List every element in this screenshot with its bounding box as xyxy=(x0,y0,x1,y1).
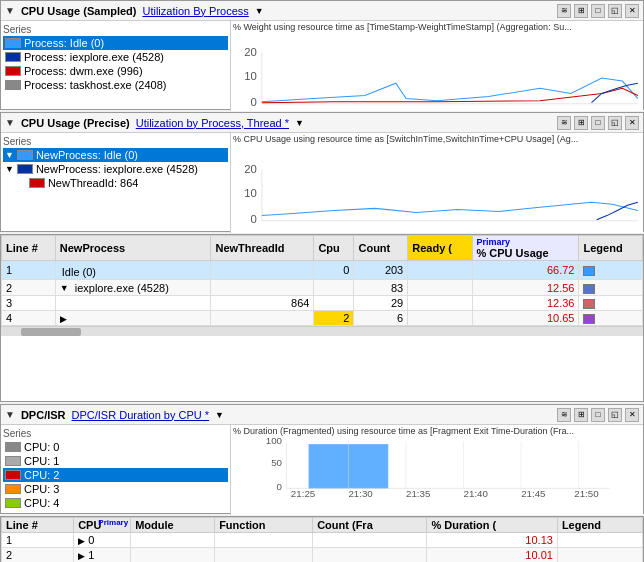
panel2-collapse-icon[interactable]: ▼ xyxy=(5,117,15,128)
panel2-series-item-2[interactable]: ▼ NewThreadId: 864 xyxy=(3,176,228,190)
series-item-0[interactable]: Process: Idle (0) xyxy=(3,36,228,50)
cell-legend xyxy=(579,296,643,311)
panel1-dropdown-icon[interactable]: ▼ xyxy=(255,6,264,16)
th-ready-label: Ready ( xyxy=(412,242,452,254)
panel1-close[interactable]: ✕ xyxy=(625,4,639,18)
panel2-title: CPU Usage (Precise) xyxy=(21,117,130,129)
panel2-series-item-1[interactable]: ▼ NewProcess: iexplore.exe (4528) xyxy=(3,162,228,176)
panel4-series-0[interactable]: CPU: 0 xyxy=(3,440,228,454)
panel2-icon1[interactable]: ≋ xyxy=(557,116,571,130)
svg-text:21:30: 21:30 xyxy=(348,488,373,499)
expand-icon[interactable]: ▶ xyxy=(60,314,67,324)
panel2-series-label: Series xyxy=(3,135,228,148)
cell2-function xyxy=(215,548,313,563)
cell-pct: 10.65 xyxy=(472,311,579,326)
table1-scroll[interactable]: Line # NewProcess NewThreadId Cpu Count … xyxy=(1,235,643,401)
panel4-tab[interactable]: DPC/ISR Duration by CPU * xyxy=(72,409,210,421)
cell2-cpu: ▶ 0 xyxy=(74,533,131,548)
expand2-icon[interactable]: ▶ xyxy=(78,536,85,546)
th-line[interactable]: Line # xyxy=(2,236,56,261)
panel4-maximize[interactable]: □ xyxy=(591,408,605,422)
panel1-maximize[interactable]: □ xyxy=(591,4,605,18)
expand-arrow-0[interactable]: ▼ xyxy=(5,150,14,160)
panel4-series-3[interactable]: CPU: 3 xyxy=(3,482,228,496)
panel4-restore[interactable]: ◱ xyxy=(608,408,622,422)
panel4-dropdown-icon[interactable]: ▼ xyxy=(215,410,224,420)
panel4-series-2[interactable]: CPU: 2 xyxy=(3,468,228,482)
table1-scrollbar[interactable] xyxy=(1,326,643,336)
panel4-label-0: CPU: 0 xyxy=(24,441,59,453)
table-row[interactable]: 2 ▼ iexplore.exe (4528) 83 12.56 xyxy=(2,280,643,296)
cell2-module xyxy=(131,548,215,563)
th-newthreadid[interactable]: NewThreadId xyxy=(211,236,314,261)
panel4-color-3 xyxy=(5,484,21,494)
panel4-collapse-icon[interactable]: ▼ xyxy=(5,409,15,420)
cell-legend xyxy=(579,261,643,280)
cell-count: 29 xyxy=(354,296,408,311)
panel1-restore[interactable]: ◱ xyxy=(608,4,622,18)
th2-line[interactable]: Line # xyxy=(2,518,74,533)
panel4-series-1[interactable]: CPU: 1 xyxy=(3,454,228,468)
svg-text:21:40: 21:40 xyxy=(464,488,489,499)
panel1-chart-label: % Weight using resource time as [TimeSta… xyxy=(231,21,611,33)
panel1-tab[interactable]: Utilization By Process xyxy=(142,5,248,17)
table-row[interactable]: 3 864 29 12.36 xyxy=(2,296,643,311)
cell-ready xyxy=(408,311,472,326)
panel4-body: Series CPU: 0 CPU: 1 CPU: 2 CPU: 3 CPU: … xyxy=(1,425,643,515)
th-legend[interactable]: Legend xyxy=(579,236,643,261)
panel4-icon2[interactable]: ⊞ xyxy=(574,408,588,422)
table2-scroll[interactable]: Line # CPU Primary Module Function Count… xyxy=(1,517,643,562)
th-cpu[interactable]: Cpu xyxy=(314,236,354,261)
panel2-series-item-0[interactable]: ▼ NewProcess: Idle (0) xyxy=(3,148,228,162)
panel2-label-1: NewProcess: iexplore.exe (4528) xyxy=(36,163,198,175)
th2-count[interactable]: Count (Fra xyxy=(313,518,427,533)
panel2-maximize[interactable]: □ xyxy=(591,116,605,130)
th2-pct[interactable]: % Duration ( xyxy=(427,518,557,533)
expand2-icon[interactable]: ▶ xyxy=(78,551,85,561)
cell-line: 1 xyxy=(2,261,56,280)
svg-text:21:50: 21:50 xyxy=(574,488,599,499)
th2-module[interactable]: Module xyxy=(131,518,215,533)
svg-text:10: 10 xyxy=(244,187,257,199)
panel2-restore[interactable]: ◱ xyxy=(608,116,622,130)
cell-count: 6 xyxy=(354,311,408,326)
table-row[interactable]: 1 Idle (0) 0 203 66.72 xyxy=(2,261,643,280)
expand-arrow-1[interactable]: ▼ xyxy=(5,164,14,174)
series-item-3[interactable]: Process: taskhost.exe (2408) xyxy=(3,78,228,92)
panel1-svg: 20 10 0 xyxy=(231,33,643,111)
panel1-title: CPU Usage (Sampled) xyxy=(21,5,137,17)
series-item-2[interactable]: Process: dwm.exe (996) xyxy=(3,64,228,78)
th2-cpu[interactable]: CPU Primary xyxy=(74,518,131,533)
panel2-tab[interactable]: Utilization by Process, Thread * xyxy=(136,117,289,129)
th2-legend[interactable]: Legend xyxy=(557,518,642,533)
panel1-collapse-icon[interactable]: ▼ xyxy=(5,5,15,16)
panel4-close[interactable]: ✕ xyxy=(625,408,639,422)
th-newprocess[interactable]: NewProcess xyxy=(55,236,211,261)
table-row[interactable]: 2 ▶ 1 10.01 xyxy=(2,548,643,563)
cell2-function xyxy=(215,533,313,548)
expand-icon[interactable]: ▼ xyxy=(60,283,69,293)
panel2-close[interactable]: ✕ xyxy=(625,116,639,130)
cell2-count xyxy=(313,533,427,548)
table-row[interactable]: 4 ▶ 2 6 10.65 xyxy=(2,311,643,326)
panel1-icon1[interactable]: ≋ xyxy=(557,4,571,18)
th-count[interactable]: Count xyxy=(354,236,408,261)
panel2-icon2[interactable]: ⊞ xyxy=(574,116,588,130)
panel1-series-label: Series xyxy=(3,23,228,36)
table-row[interactable]: 1 ▶ 0 10.13 xyxy=(2,533,643,548)
th-ready[interactable]: Ready ( xyxy=(408,236,472,261)
panel2-dropdown-icon[interactable]: ▼ xyxy=(295,118,304,128)
th2-function[interactable]: Function xyxy=(215,518,313,533)
panel4-icon1[interactable]: ≋ xyxy=(557,408,571,422)
th-cpupct[interactable]: Primary % CPU Usage xyxy=(472,236,579,261)
panel4-series-4[interactable]: CPU: 4 xyxy=(3,496,228,510)
svg-text:20: 20 xyxy=(244,46,257,58)
panel1-icon2[interactable]: ⊞ xyxy=(574,4,588,18)
table1-scrollbar-thumb[interactable] xyxy=(21,328,81,336)
cell-line: 3 xyxy=(2,296,56,311)
panel4-svg: 100 50 0 21:25 21:30 21:35 21:40 21:45 2… xyxy=(231,437,643,499)
series-item-1[interactable]: Process: iexplore.exe (4528) xyxy=(3,50,228,64)
svg-text:20: 20 xyxy=(244,163,257,175)
cell2-count xyxy=(313,548,427,563)
cell2-line: 1 xyxy=(2,533,74,548)
